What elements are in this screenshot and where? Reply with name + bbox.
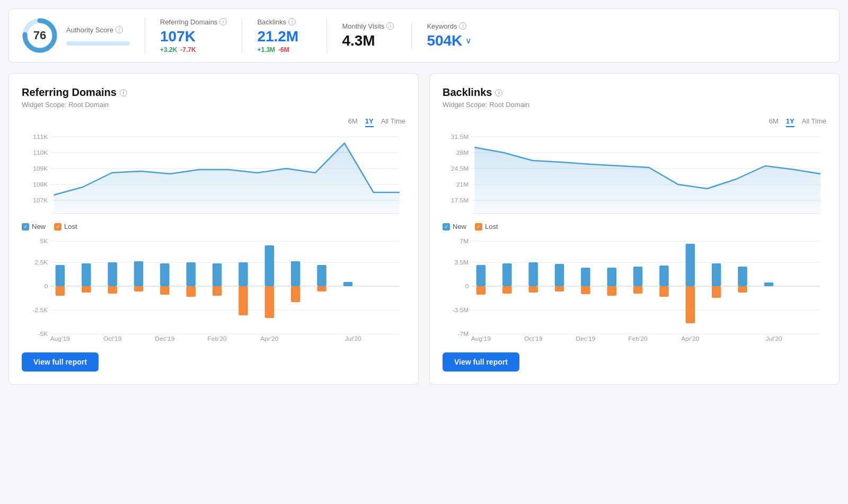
- svg-text:Apr'20: Apr'20: [260, 335, 278, 341]
- keywords-label: Keywords i: [427, 22, 482, 30]
- svg-rect-91: [686, 244, 695, 286]
- backlinks-neg: -6M: [278, 46, 289, 54]
- svg-text:Jul'20: Jul'20: [345, 335, 361, 341]
- svg-text:-5K: -5K: [38, 331, 48, 337]
- monthly-visits-info-icon[interactable]: i: [386, 22, 394, 30]
- svg-rect-82: [555, 286, 564, 291]
- svg-rect-43: [291, 286, 301, 302]
- keywords-chevron-icon[interactable]: ∨: [465, 36, 472, 46]
- svg-rect-25: [56, 286, 65, 296]
- svg-rect-86: [607, 286, 616, 296]
- svg-text:28M: 28M: [456, 149, 469, 155]
- authority-info-icon[interactable]: i: [116, 26, 123, 33]
- svg-text:111K: 111K: [33, 134, 48, 139]
- backlinks-label: Backlinks i: [257, 18, 312, 26]
- svg-rect-83: [581, 268, 590, 286]
- rd-view-full-report-button[interactable]: View full report: [22, 352, 99, 372]
- bl-tab-6m[interactable]: 6M: [769, 117, 779, 127]
- bl-tab-1y[interactable]: 1Y: [786, 117, 794, 127]
- rd-tab-alltime[interactable]: All Time: [381, 117, 405, 127]
- svg-rect-29: [108, 286, 117, 294]
- svg-rect-30: [134, 261, 144, 286]
- svg-marker-64: [474, 147, 820, 214]
- svg-text:107K: 107K: [33, 197, 48, 203]
- referring-domains-metric: Referring Domains i 107K +3.2K -7.7K: [145, 18, 242, 54]
- bl-tab-alltime[interactable]: All Time: [802, 117, 826, 127]
- svg-text:31.5M: 31.5M: [451, 134, 469, 139]
- rd-chart-scope: Widget Scope: Root Domain: [22, 101, 405, 109]
- bl-lost-check-icon: ✓: [475, 223, 482, 231]
- authority-meta: Authority Score i: [66, 26, 130, 46]
- svg-rect-80: [528, 286, 538, 293]
- svg-text:Feb'20: Feb'20: [207, 335, 226, 341]
- rd-tab-6m[interactable]: 6M: [348, 117, 358, 127]
- svg-rect-38: [238, 262, 248, 286]
- svg-text:Aug'19: Aug'19: [50, 335, 70, 341]
- authority-score-value: 76: [33, 29, 46, 42]
- bl-chart-scope: Widget Scope: Root Domain: [443, 101, 826, 109]
- bl-legend-lost: ✓ Lost: [475, 223, 498, 231]
- svg-rect-78: [502, 286, 512, 294]
- referring-domains-info-icon[interactable]: i: [219, 18, 227, 25]
- svg-rect-94: [712, 286, 721, 298]
- referring-domains-changes: +3.2K -7.7K: [160, 46, 227, 54]
- svg-text:Oct'19: Oct'19: [103, 335, 121, 341]
- svg-text:17.5M: 17.5M: [451, 197, 469, 203]
- svg-text:Jul'20: Jul'20: [766, 335, 782, 341]
- charts-row: Referring Domains i Widget Scope: Root D…: [8, 73, 840, 385]
- bl-legend-new: ✓ New: [443, 223, 466, 231]
- keywords-value-wrap: 504K ∨: [427, 32, 482, 49]
- svg-rect-89: [659, 266, 669, 286]
- rd-tab-1y[interactable]: 1Y: [365, 117, 374, 127]
- svg-rect-93: [712, 263, 721, 286]
- bl-line-chart: 31.5M 28M 24.5M 21M 17.5M: [443, 131, 826, 216]
- svg-rect-34: [186, 262, 196, 286]
- rd-legend: ✓ New ✓ Lost: [22, 223, 405, 231]
- rd-legend-new: ✓ New: [22, 223, 46, 231]
- svg-rect-31: [134, 286, 144, 291]
- svg-text:109K: 109K: [33, 165, 48, 171]
- svg-text:Oct'19: Oct'19: [524, 335, 542, 341]
- backlinks-pos: +1.3M: [257, 46, 275, 54]
- svg-text:Dec'19: Dec'19: [576, 335, 595, 341]
- bl-chart-info-icon[interactable]: i: [495, 89, 502, 96]
- monthly-visits-value: 4.3M: [342, 32, 396, 49]
- svg-rect-44: [317, 265, 326, 286]
- referring-domains-pos: +3.2K: [160, 46, 177, 54]
- authority-score-section: 76 Authority Score i: [22, 17, 145, 54]
- svg-rect-88: [633, 286, 643, 294]
- bl-new-check-icon: ✓: [443, 223, 450, 231]
- svg-rect-42: [291, 261, 301, 286]
- svg-rect-85: [607, 268, 616, 286]
- svg-rect-28: [108, 262, 117, 286]
- backlinks-metric: Backlinks i 21.2M +1.3M -6M: [242, 18, 327, 54]
- svg-text:Feb'20: Feb'20: [628, 335, 647, 341]
- svg-rect-79: [528, 262, 538, 286]
- svg-rect-36: [213, 263, 222, 286]
- bl-time-tabs: 6M 1Y All Time: [443, 117, 826, 127]
- backlinks-chart-card: Backlinks i Widget Scope: Root Domain 6M…: [429, 73, 840, 385]
- referring-domains-chart-card: Referring Domains i Widget Scope: Root D…: [8, 73, 419, 385]
- svg-rect-75: [476, 265, 486, 286]
- backlinks-chart-title: Backlinks i: [443, 86, 826, 99]
- rd-legend-lost: ✓ Lost: [54, 223, 77, 231]
- backlinks-changes: +1.3M -6M: [257, 46, 312, 54]
- bl-view-full-report-button[interactable]: View full report: [443, 352, 519, 372]
- keywords-metric: Keywords i 504K ∨: [412, 22, 497, 49]
- svg-text:21M: 21M: [456, 181, 469, 187]
- svg-rect-81: [555, 264, 564, 286]
- svg-rect-33: [160, 286, 170, 295]
- backlinks-info-icon[interactable]: i: [288, 18, 296, 25]
- svg-marker-13: [54, 143, 400, 214]
- svg-rect-35: [186, 286, 196, 297]
- bl-legend: ✓ New ✓ Lost: [443, 223, 826, 231]
- svg-text:7M: 7M: [460, 238, 469, 244]
- svg-rect-27: [82, 286, 91, 293]
- keywords-info-icon[interactable]: i: [459, 22, 466, 30]
- svg-text:0: 0: [465, 283, 469, 289]
- monthly-visits-metric: Monthly Visits i 4.3M: [327, 22, 412, 49]
- svg-rect-92: [686, 286, 695, 323]
- svg-text:108K: 108K: [33, 181, 48, 187]
- rd-chart-info-icon[interactable]: i: [120, 89, 127, 96]
- svg-rect-41: [265, 286, 275, 318]
